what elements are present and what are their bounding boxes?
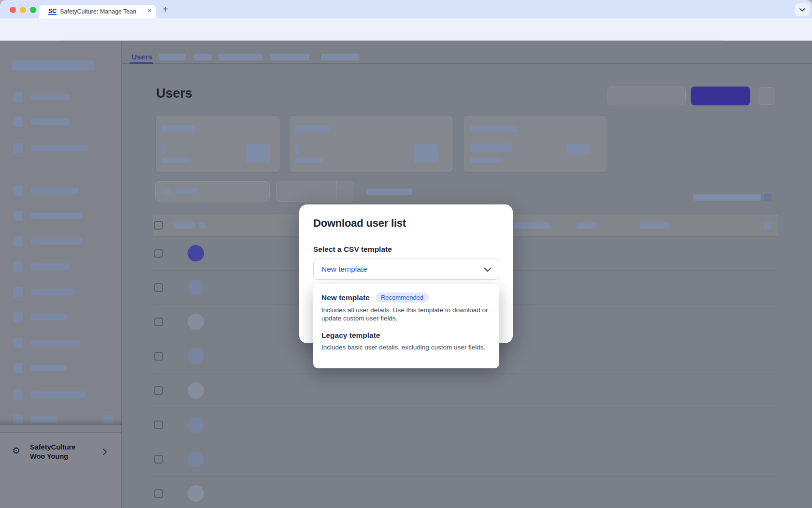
safetyculture-favicon: SC (48, 8, 58, 15)
csv-template-select[interactable]: New template (313, 259, 499, 280)
browser-titlebar: SC SafetyCulture: Manage Teams and... ✕ … (0, 0, 812, 18)
option-description: Includes basic user details, excluding c… (321, 344, 491, 352)
browser-window: SC SafetyCulture: Manage Teams and... ✕ … (0, 0, 812, 508)
browser-tab[interactable]: SC SafetyCulture: Manage Teams and... ✕ (39, 5, 156, 18)
option-legacy-template[interactable]: Legacy template Includes basic user deta… (321, 331, 491, 352)
csv-template-label: Select a CSV template (313, 245, 392, 254)
browser-toolbar: ← → ↻ https://app.safetyculture.com/orga… (0, 18, 812, 41)
new-tab-button[interactable]: + (162, 4, 168, 15)
selected-template: New template (321, 265, 367, 274)
tab-close-icon[interactable]: ✕ (147, 8, 152, 14)
minimize-window-button[interactable] (20, 7, 26, 13)
recommended-badge: Recommended (376, 292, 429, 303)
close-window-button[interactable] (10, 7, 16, 13)
option-title: New template (321, 293, 370, 302)
option-title: Legacy template (321, 331, 380, 340)
option-description: Includes all user details. Use this temp… (321, 306, 491, 322)
dialog-title: Download user list (313, 217, 406, 230)
chevron-down-icon (799, 8, 805, 12)
chevron-down-icon (484, 267, 492, 272)
tab-title: SafetyCulture: Manage Teams and... (60, 8, 136, 15)
maximize-window-button[interactable] (30, 7, 36, 13)
option-new-template[interactable]: New template Recommended Includes all us… (321, 292, 491, 322)
template-dropdown-menu: New template Recommended Includes all us… (313, 284, 499, 368)
tab-search-button[interactable] (795, 3, 810, 16)
